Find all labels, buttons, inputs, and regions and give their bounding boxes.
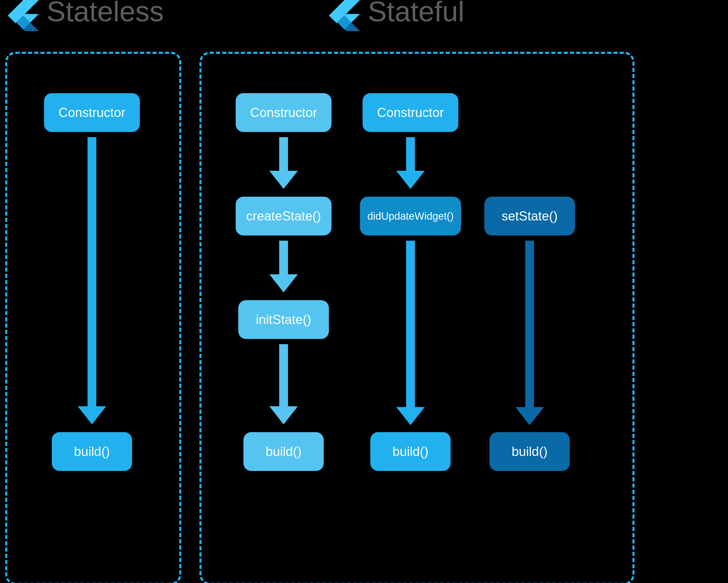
flutter-logo-icon (8, 0, 39, 31)
node-didupdatewidget: didUpdateWidget() (360, 197, 461, 235)
flutter-logo-icon (329, 0, 360, 31)
node-stateful-constructor-2: Constructor (363, 93, 459, 132)
node-initstate: initState() (238, 300, 329, 339)
arrow-icon (269, 137, 298, 189)
arrow-icon (78, 137, 106, 424)
stateless-title: Stateless (47, 0, 164, 28)
arrow-icon (396, 137, 425, 189)
arrow-icon (269, 344, 298, 424)
node-setstate: setState() (484, 197, 575, 235)
node-stateful-constructor-1: Constructor (236, 93, 332, 132)
node-stateful-build-1: build() (243, 432, 324, 471)
arrow-icon (396, 241, 425, 425)
node-stateful-build-3: build() (490, 432, 570, 471)
arrow-icon (269, 241, 298, 293)
diagram-canvas: Stateless Stateful Constructor build() C… (0, 0, 728, 583)
node-stateful-build-2: build() (370, 432, 451, 471)
node-stateless-constructor: Constructor (44, 93, 140, 132)
node-stateless-build: build() (52, 432, 132, 471)
stateful-title: Stateful (368, 0, 464, 28)
node-createstate: createState() (236, 197, 332, 235)
arrow-icon (515, 241, 544, 425)
